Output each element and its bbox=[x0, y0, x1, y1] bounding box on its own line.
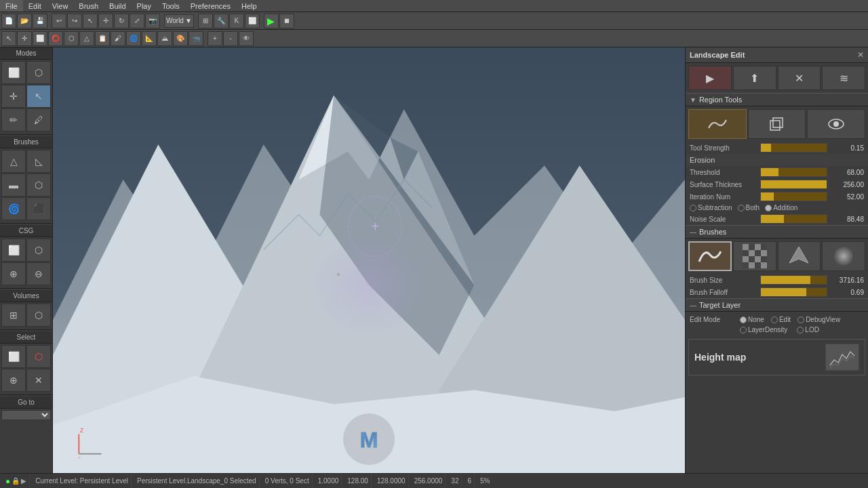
mode-box[interactable]: ⬜ bbox=[33, 31, 47, 46]
subtractive-btn[interactable]: - bbox=[223, 31, 238, 46]
region-tool-copy[interactable] bbox=[748, 109, 806, 139]
viewport-btn[interactable]: ⬜ bbox=[245, 14, 260, 28]
grid-btn[interactable]: ⊞ bbox=[198, 14, 213, 28]
mode-translate[interactable]: ✛ bbox=[17, 31, 32, 46]
region-tools-section-header[interactable]: ▼ Region Tools bbox=[686, 93, 868, 106]
brushes-section-header[interactable]: — Brushes bbox=[686, 225, 868, 239]
heightmap-icon[interactable] bbox=[825, 344, 859, 371]
surface-thickness-slider[interactable] bbox=[760, 180, 827, 189]
brush-icon-6[interactable]: ⬛ bbox=[26, 197, 51, 220]
iteration-num-slider[interactable] bbox=[760, 192, 827, 201]
menu-tools[interactable]: Tools bbox=[157, 0, 185, 12]
select-btn[interactable]: ↖ bbox=[83, 14, 98, 28]
panel-close-btn[interactable]: ✕ bbox=[857, 50, 864, 60]
mode-cylinder[interactable]: ⬡ bbox=[64, 31, 79, 46]
menu-help[interactable]: Help bbox=[236, 0, 262, 12]
mode-sphere[interactable]: ⭕ bbox=[48, 31, 63, 46]
brush-size-slider[interactable] bbox=[760, 275, 827, 285]
target-layer-section-header[interactable]: — Target Layer bbox=[686, 298, 868, 312]
play-btn[interactable]: ▶ bbox=[264, 14, 279, 28]
mode-icon-1[interactable]: ⬜ bbox=[1, 61, 26, 84]
menu-build[interactable]: Build bbox=[104, 0, 131, 12]
brush-2-btn[interactable] bbox=[733, 241, 776, 271]
csg-icon-1[interactable]: ⬜ bbox=[1, 239, 26, 262]
new-btn[interactable]: 📄 bbox=[1, 14, 16, 28]
undo-btn[interactable]: ↩ bbox=[52, 14, 66, 28]
menu-play[interactable]: Play bbox=[132, 0, 157, 12]
tool-erase-btn[interactable]: ✕ bbox=[778, 66, 821, 90]
mode-icon-4[interactable]: ↖ bbox=[26, 85, 51, 108]
brush-4-btn[interactable] bbox=[822, 241, 865, 271]
viewport[interactable]: + M M Z bbox=[53, 47, 685, 473]
tool-strength-slider[interactable] bbox=[760, 143, 827, 152]
brush-icon-5[interactable]: 🌀 bbox=[1, 197, 26, 220]
mode-terrain[interactable]: ⛰ bbox=[157, 31, 172, 46]
brush-icon-2[interactable]: ◺ bbox=[26, 150, 51, 173]
mode-select[interactable]: ↖ bbox=[1, 31, 16, 46]
csg-icon-4[interactable]: ⊖ bbox=[26, 262, 51, 285]
mode-brush[interactable]: 🖌 bbox=[111, 31, 125, 46]
goto-select[interactable] bbox=[1, 410, 51, 420]
volume-icon-1[interactable]: ⊞ bbox=[1, 304, 26, 327]
mode-icon-6[interactable]: 🖊 bbox=[26, 108, 51, 131]
menu-preferences[interactable]: Preferences bbox=[185, 0, 236, 12]
move-btn[interactable]: ✛ bbox=[98, 14, 113, 28]
brush-1-btn[interactable] bbox=[688, 241, 732, 271]
mode-cone[interactable]: △ bbox=[79, 31, 94, 46]
brush-falloff-value: 0.69 bbox=[830, 289, 864, 296]
mode-camera[interactable]: 📹 bbox=[189, 31, 203, 46]
erosion-mode-row: Subtraction Both Addition bbox=[686, 203, 868, 213]
mode-icon-3[interactable]: ✛ bbox=[1, 85, 26, 108]
debugview-radio[interactable]: DebugView bbox=[797, 316, 840, 323]
save-btn[interactable]: 💾 bbox=[33, 14, 47, 28]
mode-erosion[interactable]: 🌀 bbox=[126, 31, 141, 46]
camera-btn[interactable]: 📷 bbox=[145, 14, 160, 28]
brush-3-btn[interactable] bbox=[778, 241, 821, 271]
csg-icon-2[interactable]: ⬡ bbox=[26, 239, 51, 262]
mode-icon-5[interactable]: ✏ bbox=[1, 108, 26, 131]
none-radio[interactable]: None bbox=[740, 316, 764, 323]
edit-radio[interactable]: Edit bbox=[771, 316, 791, 323]
csg-icon-3[interactable]: ⊕ bbox=[1, 262, 26, 285]
menu-view[interactable]: View bbox=[47, 0, 74, 12]
mode-sheet[interactable]: 📋 bbox=[95, 31, 110, 46]
eye-btn[interactable]: 👁 bbox=[239, 31, 254, 46]
mode-linear[interactable]: 📐 bbox=[142, 31, 157, 46]
world-dropdown[interactable]: World ▼ bbox=[164, 14, 194, 28]
lod-radio[interactable]: LOD bbox=[797, 326, 819, 333]
scale-btn[interactable]: ⤢ bbox=[130, 14, 144, 28]
additive-btn[interactable]: + bbox=[208, 31, 222, 46]
both-radio[interactable]: Both bbox=[738, 204, 760, 211]
mode-material[interactable]: 🎨 bbox=[173, 31, 188, 46]
stop-btn[interactable]: ⏹ bbox=[279, 14, 294, 28]
menu-file[interactable]: File bbox=[0, 0, 23, 12]
svg-rect-32 bbox=[743, 262, 749, 268]
noise-scale-slider[interactable] bbox=[760, 214, 827, 224]
redo-btn[interactable]: ↪ bbox=[67, 14, 82, 28]
tool-paint-btn[interactable]: ≋ bbox=[822, 66, 865, 90]
brush-icon-3[interactable]: ▬ bbox=[1, 174, 26, 197]
select-icon-1[interactable]: ⬜ bbox=[1, 345, 26, 368]
tool-sculpt-btn[interactable]: ⬆ bbox=[733, 66, 776, 90]
select-icon-4[interactable]: ✕ bbox=[26, 369, 51, 392]
open-btn[interactable]: 📂 bbox=[17, 14, 32, 28]
volume-icon-2[interactable]: ⬡ bbox=[26, 304, 51, 327]
subtraction-radio[interactable]: Subtraction bbox=[690, 204, 732, 211]
brush-icon-1[interactable]: △ bbox=[1, 150, 26, 173]
threshold-slider[interactable] bbox=[760, 167, 827, 177]
brush-icon-4[interactable]: ⬡ bbox=[26, 174, 51, 197]
region-tool-eye[interactable] bbox=[807, 109, 865, 139]
menu-edit[interactable]: Edit bbox=[23, 0, 47, 12]
layer-density-radio[interactable]: LayerDensity bbox=[740, 326, 787, 333]
addition-radio[interactable]: Addition bbox=[765, 204, 797, 211]
brush-falloff-slider[interactable] bbox=[760, 287, 827, 297]
select-icon-2[interactable]: ⬡ bbox=[26, 345, 51, 368]
mode-icon-2[interactable]: ⬡ bbox=[26, 61, 51, 84]
menu-brush[interactable]: Brush bbox=[73, 0, 104, 12]
rotate-btn[interactable]: ↻ bbox=[114, 14, 129, 28]
snap-btn[interactable]: 🔧 bbox=[214, 14, 229, 28]
region-tool-wave[interactable] bbox=[688, 109, 747, 139]
select-icon-3[interactable]: ⊕ bbox=[1, 369, 26, 392]
angle-btn[interactable]: K bbox=[229, 14, 244, 28]
tool-select-btn[interactable]: ▶ bbox=[688, 66, 732, 90]
